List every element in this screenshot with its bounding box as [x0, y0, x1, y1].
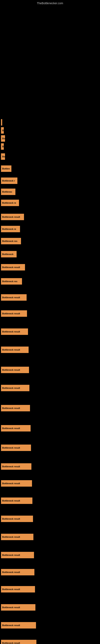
bar: Bottleneck result: [1, 604, 35, 610]
bars-wrapper: BBoBBoBottlenBottleneck rBottlenecBottle…: [0, 6, 100, 644]
bar: Bottleneck result: [1, 214, 24, 220]
bar: Bottleneck r: [1, 178, 17, 184]
bar-row: Bottlenec: [1, 188, 15, 195]
bar: Bottleneck result: [1, 640, 36, 644]
bar: Bottleneck result: [1, 569, 34, 575]
bar-row: Bottleneck result: [1, 405, 30, 411]
bar-row: B: [1, 127, 4, 134]
bar: Bottleneck result: [1, 622, 36, 628]
bar: Bottlen: [1, 166, 11, 172]
bar: B: [1, 143, 4, 150]
bar: Bottleneck res: [1, 238, 21, 244]
bar-row: Bottleneck result: [1, 444, 31, 451]
bar-row: Bottleneck result: [1, 367, 29, 373]
bar-row: Bottleneck result: [1, 569, 34, 575]
bar-row: [1, 119, 2, 126]
bar-row: Bottleneck result: [1, 586, 35, 592]
bar-row: Bo: [1, 153, 5, 160]
bar-row: Bottleneck: [1, 251, 17, 258]
bar: Bottleneck: [1, 251, 17, 258]
bar: Bo: [1, 153, 5, 160]
bar-row: Bottleneck result: [1, 498, 32, 504]
bar-row: Bottlen: [1, 166, 11, 172]
bar-row: Bo: [1, 135, 5, 142]
bar: Bottleneck re: [1, 200, 19, 206]
bar: Bottleneck result: [1, 498, 32, 504]
bar: Bottleneck result: [1, 480, 32, 486]
bar: Bottleneck result: [1, 310, 27, 317]
bar-row: B: [1, 143, 4, 150]
bar-row: Bottleneck r: [1, 178, 17, 184]
bar: Bottleneck result: [1, 444, 31, 451]
bar: Bottleneck result: [1, 264, 25, 270]
bar: Bottleneck re: [1, 226, 20, 232]
bar: Bottleneck result: [1, 328, 28, 335]
bar-row: Bottleneck result: [1, 264, 25, 270]
site-title-container: TheBottlenecker.com: [0, 0, 100, 6]
bar-row: Bottleneck result: [1, 385, 29, 391]
bar: Bottleneck res: [1, 278, 22, 284]
bar-row: Bottleneck res: [1, 278, 22, 284]
bar-row: Bottleneck result: [1, 622, 36, 628]
bar: Bottleneck result: [1, 294, 27, 301]
bar-row: Bottleneck re: [1, 200, 19, 206]
bar: Bottleneck result: [1, 385, 29, 391]
bar: B: [1, 127, 4, 134]
bar-row: Bottleneck result: [1, 346, 29, 353]
bar-row: Bottleneck re: [1, 226, 20, 232]
bar: Bottleneck result: [1, 463, 31, 470]
bar: Bo: [1, 135, 5, 142]
bar-row: Bottleneck result: [1, 534, 33, 540]
bar-row: Bottleneck result: [1, 552, 34, 558]
bar-row: Bottleneck result: [1, 463, 31, 470]
bar-row: Bottleneck result: [1, 425, 31, 432]
bar: Bottleneck result: [1, 586, 35, 592]
bar: Bottlenec: [1, 188, 15, 195]
bar-row: Bottleneck result: [1, 640, 36, 644]
bar: Bottleneck result: [1, 425, 31, 432]
bar-row: Bottleneck result: [1, 310, 27, 317]
bar-row: Bottleneck result: [1, 294, 27, 301]
bar: Bottleneck result: [1, 346, 29, 353]
bar: Bottleneck result: [1, 405, 30, 411]
bar-row: Bottleneck result: [1, 214, 24, 220]
bar-row: Bottleneck result: [1, 604, 35, 610]
bar: [1, 119, 2, 126]
bar-row: Bottleneck result: [1, 516, 33, 522]
bar: Bottleneck result: [1, 552, 34, 558]
site-title: TheBottlenecker.com: [0, 0, 100, 6]
bar-row: Bottleneck result: [1, 328, 28, 335]
bar: Bottleneck result: [1, 367, 29, 373]
bar: Bottleneck result: [1, 534, 33, 540]
bar-row: Bottleneck result: [1, 480, 32, 486]
bar-row: Bottleneck res: [1, 238, 21, 244]
bar: Bottleneck result: [1, 516, 33, 522]
